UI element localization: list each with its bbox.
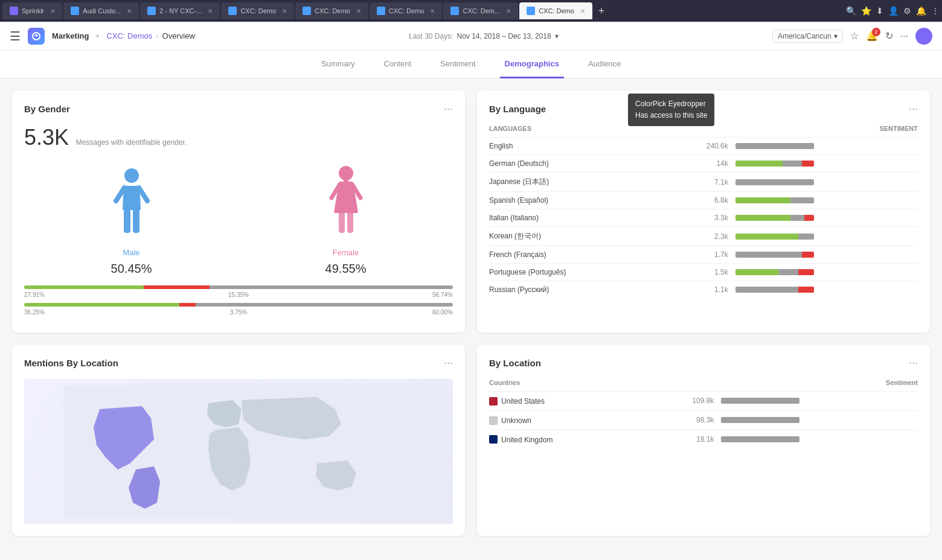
male-percentage: 50.45% [111, 262, 152, 276]
tab-demographics[interactable]: Demographics [500, 51, 564, 78]
tab-sentiment[interactable]: Sentiment [435, 51, 481, 78]
svg-rect-2 [124, 209, 130, 233]
download-icon[interactable]: ⬇ [876, 6, 883, 16]
more-options-icon[interactable]: ··· [900, 31, 908, 42]
language-sentiment-bar [735, 173, 918, 192]
country-name: United States [501, 397, 545, 406]
female-negative-label: 3.75% [230, 309, 247, 316]
svg-rect-5 [344, 179, 348, 184]
apps-browser-icon[interactable]: ⋮ [931, 6, 940, 16]
lang-red-segment [802, 161, 814, 167]
breadcrumb-current: Overview [162, 31, 195, 40]
header-right: America/Cancun ▾ ☆ 🔔 2 ↻ ··· [772, 28, 932, 45]
countries-col-count [649, 379, 721, 392]
female-positive-bar [24, 303, 179, 307]
male-bar-labels: 27.91% 15.35% 56.74% [24, 291, 453, 298]
favicon-sprinklr [10, 7, 18, 15]
star-icon[interactable]: ☆ [850, 30, 859, 42]
tab-close-ny[interactable]: ✕ [208, 8, 213, 14]
language-row: German (Deutsch)14k [489, 155, 918, 173]
female-bar-row: 36.25% 3.75% 60.00% [24, 303, 453, 316]
breadcrumb-separator: › [156, 31, 158, 40]
by-location-card: By Location ··· Countries Sentiment Unit… [477, 345, 930, 536]
search-icon[interactable]: 🔍 [846, 6, 856, 16]
tab-audience[interactable]: Audience [583, 51, 626, 78]
language-count: 3.3k [668, 209, 735, 227]
breadcrumb-root[interactable]: CXC: Demos [106, 31, 152, 40]
timezone-chevron-icon: ▾ [834, 32, 838, 40]
timezone-label: America/Cancun [778, 32, 831, 40]
favicon-cxc5 [527, 7, 535, 15]
language-sentiment-bar [735, 138, 918, 155]
tab-close-cxc4[interactable]: ✕ [506, 8, 511, 14]
female-neutral-bar [196, 303, 453, 307]
user-avatar[interactable] [915, 28, 932, 45]
language-name: German (Deutsch) [489, 155, 668, 173]
tab-label-sprinklr: Sprinklr [22, 7, 44, 14]
by-language-header: By Language ··· [489, 103, 918, 115]
by-language-card: By Language ··· Languages Sentiment Engl… [477, 91, 930, 332]
male-figure: Male 50.45% [107, 165, 156, 276]
language-sentiment-bar [735, 281, 918, 299]
countries-col-name: Countries [489, 379, 649, 392]
lang-green-segment [735, 197, 790, 203]
tab-close-cxc3[interactable]: ✕ [430, 8, 435, 14]
language-sentiment-bar [735, 192, 918, 209]
new-tab-button[interactable]: + [594, 5, 610, 18]
refresh-icon[interactable]: ↻ [885, 30, 893, 42]
tab-cxc3[interactable]: CXC: Demo ✕ [370, 2, 443, 19]
language-count: 240.6k [668, 138, 735, 155]
language-count: 6.8k [668, 192, 735, 209]
tab-audi[interactable]: Audi Custo... ✕ [63, 2, 139, 19]
male-neutral-bar [210, 285, 453, 289]
notification-browser-icon[interactable]: 🔔 [916, 6, 926, 16]
timezone-selector[interactable]: America/Cancun ▾ [772, 30, 843, 43]
tab-close-cxc2[interactable]: ✕ [356, 8, 361, 14]
browser-tab-bar: Sprinklr ✕ Audi Custo... ✕ 2 - NY CXC-..… [0, 0, 942, 22]
tab-close-audi[interactable]: ✕ [127, 8, 132, 14]
lang-gray-segment [735, 179, 814, 185]
mentions-location-menu-icon[interactable]: ··· [444, 357, 453, 369]
svg-rect-3 [133, 209, 139, 233]
tab-summary[interactable]: Summary [316, 51, 360, 78]
by-gender-header: By Gender ··· [24, 103, 453, 115]
tab-label-cxc3: CXC: Demo [389, 7, 425, 14]
tab-content[interactable]: Content [379, 51, 417, 78]
tab-close-sprinklr[interactable]: ✕ [50, 8, 55, 14]
language-name: Portuguese (Português) [489, 264, 668, 281]
tab-cxc1[interactable]: CXC: Demo ✕ [221, 2, 294, 19]
by-language-menu-icon[interactable]: ··· [909, 103, 918, 115]
by-location-menu-icon[interactable]: ··· [909, 357, 918, 369]
tab-cxc4[interactable]: CXC: Dem... ✕ [443, 2, 518, 19]
svg-rect-6 [339, 212, 345, 233]
gender-count-row: 5.3K Messages with identifiable gender. [24, 125, 453, 150]
hamburger-menu[interactable]: ☰ [10, 29, 21, 43]
language-name: Korean (한국어) [489, 227, 668, 246]
language-row: Italian (Italiano)3.3k [489, 209, 918, 227]
tab-cxc5-active[interactable]: CXC: Demo ✕ [519, 2, 592, 19]
tab-close-cxc5[interactable]: ✕ [580, 8, 585, 14]
notification-icon[interactable]: 🔔 2 [866, 30, 878, 42]
tab-label-audi: Audi Custo... [83, 7, 121, 14]
by-location-title: By Location [489, 358, 541, 368]
country-gray-segment [721, 417, 799, 423]
settings-icon[interactable]: ⚙ [903, 6, 911, 16]
mentions-by-location-card: Mentions By Location ··· [12, 345, 465, 536]
bookmark-icon[interactable]: ⭐ [861, 6, 871, 16]
lang-red-segment [802, 252, 814, 258]
tab-cxc2[interactable]: CXC: Demo ✕ [295, 2, 368, 19]
profile-icon[interactable]: 👤 [888, 6, 899, 16]
lang-gray-segment [778, 269, 798, 275]
tab-sprinklr[interactable]: Sprinklr ✕ [2, 2, 62, 19]
date-range-selector[interactable]: Last 30 Days: Nov 14, 2018 – Dec 13, 201… [409, 32, 559, 40]
tab-ny[interactable]: 2 - NY CXC-... ✕ [140, 2, 220, 19]
country-count: 109.8k [649, 392, 721, 411]
app-name[interactable]: Marketing [52, 31, 89, 40]
lang-red-segment [804, 215, 814, 221]
language-count: 1.1k [668, 281, 735, 299]
by-gender-menu-icon[interactable]: ··· [444, 103, 453, 115]
tab-close-cxc1[interactable]: ✕ [282, 8, 287, 14]
mentions-location-title: Mentions By Location [24, 358, 118, 368]
flag-unknown-icon [489, 416, 498, 425]
scroll-fade-language [477, 314, 930, 332]
